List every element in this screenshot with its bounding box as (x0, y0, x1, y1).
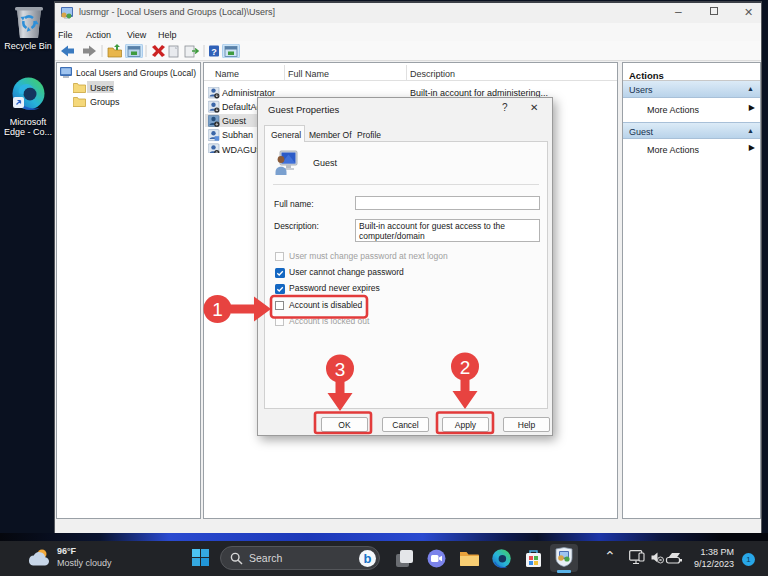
svg-text:1: 1 (212, 299, 223, 320)
svg-text:3: 3 (335, 359, 346, 380)
svg-text:2: 2 (460, 357, 471, 378)
